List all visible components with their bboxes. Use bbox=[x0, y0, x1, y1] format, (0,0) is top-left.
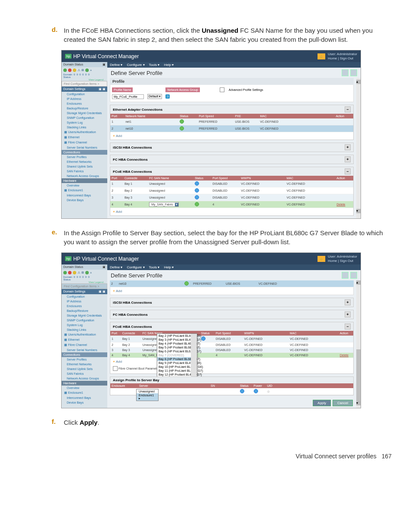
sb-enclosures[interactable]: Enclosures bbox=[62, 304, 107, 308]
sb-stacking[interactable]: Stacking Links bbox=[62, 125, 107, 130]
sb-configuration[interactable]: Configuration bbox=[62, 294, 107, 299]
eth-row-2[interactable]: 2net10PREFERREDUSE-BIOSVC-DEFINED bbox=[110, 280, 354, 287]
sb-storage-cred[interactable]: Storage Mgmt Credentials bbox=[62, 111, 107, 115]
fcoe-row-4[interactable]: 4Bay 4My_SAN_Fabric▾4VC-DEFINEDVC-DEFINE… bbox=[110, 201, 353, 208]
home-icon[interactable]: ⌂ bbox=[318, 256, 325, 262]
sb-interconnect[interactable]: Interconnect Bays bbox=[62, 193, 107, 198]
sb-fibre[interactable]: ▦ Fibre Channel bbox=[62, 140, 107, 145]
sb-net-access-groups[interactable]: Network Access Groups bbox=[62, 174, 107, 178]
fcoe-row-3[interactable]: 3Bay 3UnassignedDISABLEDVC-DEFINEDVC-DEF… bbox=[110, 194, 353, 201]
sb-syslog[interactable]: System Log bbox=[62, 323, 107, 327]
sb-server-profiles[interactable]: Server Profiles bbox=[62, 357, 107, 362]
menu-tools[interactable]: Tools ▾ bbox=[149, 265, 160, 269]
fc-boot-checkbox[interactable] bbox=[113, 366, 118, 371]
sb-server-profiles[interactable]: Server Profiles bbox=[62, 155, 107, 159]
adv-checkbox[interactable] bbox=[220, 87, 224, 92]
find-config-input[interactable]: Find Configuration Items > bbox=[62, 81, 107, 87]
sb-hardware[interactable]: Hardware bbox=[62, 381, 107, 386]
print-icon[interactable] bbox=[342, 69, 349, 76]
sb-ipaddress[interactable]: IP Address bbox=[62, 299, 107, 304]
sb-devicebays[interactable]: Device Bays bbox=[62, 400, 107, 405]
menu-help[interactable]: Help ▾ bbox=[164, 265, 174, 269]
fcoe-row-1[interactable]: 1Bay 1UnassignedDISABLEDVC-DEFINEDVC-DEF… bbox=[110, 336, 353, 342]
fcoe-san-select[interactable]: My_SAN_Fabric▾ bbox=[149, 202, 179, 207]
sb-serials[interactable]: Server Serial Numbers bbox=[62, 348, 107, 352]
expand-icon[interactable]: + bbox=[345, 156, 351, 162]
fcoe-add-button[interactable]: Add bbox=[110, 208, 353, 215]
sb-backup[interactable]: Backup/Restore bbox=[62, 308, 107, 313]
collapse-icon[interactable]: − bbox=[345, 106, 351, 112]
sb-serials[interactable]: Server Serial Numbers bbox=[62, 145, 107, 150]
sb-syslog[interactable]: System Log bbox=[62, 120, 107, 125]
sb-snmp[interactable]: SNMP Configuration bbox=[62, 115, 107, 120]
menu-help[interactable]: Help ▾ bbox=[164, 63, 174, 67]
sb-ethernet[interactable]: ▦ Ethernet bbox=[62, 337, 107, 342]
scrollbar[interactable]: ▴▾ bbox=[356, 280, 361, 408]
fcoe-add-button[interactable]: Add bbox=[110, 358, 353, 365]
sb-enclosure[interactable]: ▦ Enclosure1 bbox=[62, 390, 107, 395]
home-icon[interactable]: ⌂ bbox=[318, 53, 325, 59]
sb-snmp[interactable]: SNMP Configuration bbox=[62, 318, 107, 323]
sb-shared-uplink[interactable]: Shared Uplink Sets bbox=[62, 367, 107, 371]
sb-san-fabrics[interactable]: SAN Fabrics bbox=[62, 169, 107, 174]
sb-interconnect[interactable]: Interconnect Bays bbox=[62, 395, 107, 400]
sb-storage-cred[interactable]: Storage Mgmt Credentials bbox=[62, 313, 107, 318]
fcoe-row-2[interactable]: 2Bay 2UnassignedDISABLEDVC-DEFINEDVC-DEF… bbox=[110, 187, 353, 194]
sb-fibre[interactable]: ▦ Fibre Channel bbox=[62, 342, 107, 348]
sb-ethernet[interactable]: ▦ Ethernet bbox=[62, 135, 107, 140]
menu-define[interactable]: Define ▾ bbox=[110, 265, 122, 269]
delete-link[interactable]: Delete bbox=[340, 354, 349, 357]
sb-domain-settings[interactable]: Domain Settings▣ ▣ bbox=[62, 87, 107, 92]
print-icon[interactable] bbox=[342, 272, 349, 279]
delete-link[interactable]: Delete bbox=[336, 203, 345, 206]
sb-overview[interactable]: Overview bbox=[62, 183, 107, 188]
sb-users[interactable]: ▦ Users/Authentication bbox=[62, 130, 107, 135]
sb-ipaddress[interactable]: IP Address bbox=[62, 96, 107, 101]
menu-configure[interactable]: Configure ▾ bbox=[127, 265, 145, 269]
sb-configuration[interactable]: Configuration bbox=[62, 92, 107, 96]
apply-button[interactable]: Apply bbox=[313, 400, 331, 406]
sb-backup[interactable]: Backup/Restore bbox=[62, 106, 107, 111]
sb-net-access-groups[interactable]: Network Access Groups bbox=[62, 376, 107, 381]
menu-configure[interactable]: Configure ▾ bbox=[127, 63, 145, 67]
fcoe-row-3[interactable]: 3Bay 3UnassignedDISABLEDVC-DEFINEDVC-DEF… bbox=[110, 348, 353, 353]
profile-name-input[interactable]: My_FCoE_Profile bbox=[112, 94, 144, 99]
question-icon[interactable]: ? bbox=[165, 94, 170, 99]
sb-enclosure[interactable]: ▦ Enclosure1 bbox=[62, 188, 107, 193]
expand-icon[interactable]: + bbox=[345, 144, 351, 150]
eth-add-button[interactable]: Add bbox=[110, 132, 353, 140]
home-signout-link[interactable]: Home | Sign Out bbox=[328, 56, 353, 60]
fcoe-row-4[interactable]: 4Bay 4My_SAN_Fabric4VC-DEFINEDVC-DEFINED… bbox=[110, 353, 353, 358]
sb-devicebays[interactable]: Device Bays bbox=[62, 198, 107, 202]
sb-connections[interactable]: Connections bbox=[62, 150, 107, 155]
scrollbar[interactable]: ▴▾ bbox=[356, 78, 361, 218]
sb-connections[interactable]: Connections bbox=[62, 352, 107, 357]
sb-domain-settings[interactable]: Domain Settings▣ ▣ bbox=[62, 289, 107, 294]
server-select-popup[interactable]: Unassigned Enclosure1 ▸ bbox=[136, 389, 159, 401]
sb-stacking[interactable]: Stacking Links bbox=[62, 327, 107, 332]
menu-define[interactable]: Define ▾ bbox=[110, 63, 122, 67]
collapse-icon[interactable]: − bbox=[345, 168, 351, 174]
eth-add-button[interactable]: Add bbox=[110, 287, 353, 295]
help-icon[interactable] bbox=[350, 272, 357, 279]
sb-enclosures[interactable]: Enclosures bbox=[62, 101, 107, 106]
sb-hardware[interactable]: Hardware bbox=[62, 178, 107, 183]
find-config-input[interactable]: Find Configuration Items > bbox=[62, 283, 107, 289]
fcoe-row-1[interactable]: 1Bay 1UnassignedDISABLEDVC-DEFINEDVC-DEF… bbox=[110, 180, 353, 187]
eth-row-1[interactable]: 1net1PREFERREDUSE-BIOSVC-DEFINED bbox=[110, 118, 353, 125]
sb-eth-networks[interactable]: Ethernet Networks bbox=[62, 362, 107, 367]
sb-users[interactable]: ▦ Users/Authentication bbox=[62, 332, 107, 337]
sb-overview[interactable]: Overview bbox=[62, 386, 107, 390]
expand-icon[interactable]: + bbox=[345, 299, 351, 305]
help-icon[interactable] bbox=[350, 69, 357, 76]
nag-select[interactable]: Default ▾ bbox=[147, 94, 162, 99]
sb-eth-networks[interactable]: Ethernet Networks bbox=[62, 159, 107, 164]
menu-tools[interactable]: Tools ▾ bbox=[149, 63, 160, 67]
expand-icon[interactable]: + bbox=[345, 311, 351, 317]
sb-shared-uplink[interactable]: Shared Uplink Sets bbox=[62, 164, 107, 169]
popup-enclosure1[interactable]: Enclosure1 ▸ bbox=[137, 393, 158, 401]
home-signout-link[interactable]: Home | Sign Out bbox=[328, 259, 353, 263]
fcoe-row-2[interactable]: 2Bay 2UnassignedDISABLEDVC-DEFINEDVC-DEF… bbox=[110, 342, 353, 348]
collapse-icon[interactable]: − bbox=[345, 324, 351, 330]
cancel-button[interactable]: Cancel bbox=[333, 400, 353, 406]
